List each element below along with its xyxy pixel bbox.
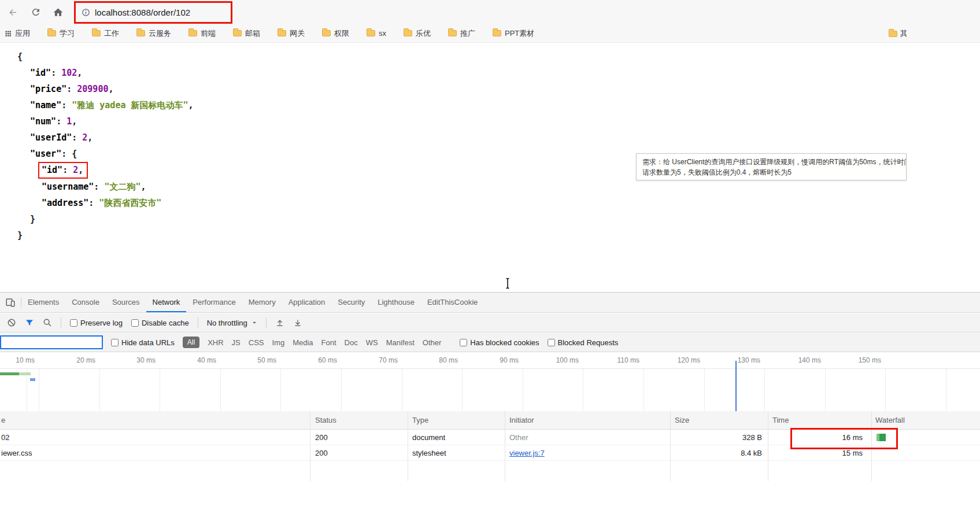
blocked-requests-label: Blocked Requests	[558, 338, 619, 347]
disable-cache-label: Disable cache	[142, 319, 189, 327]
throttling-select[interactable]: No throttling	[207, 319, 257, 327]
bookmark-folder[interactable]: 前端	[188, 28, 216, 39]
tab-application[interactable]: Application	[282, 293, 332, 312]
export-har-icon[interactable]	[293, 318, 302, 327]
bookmark-folder[interactable]: 云服务	[136, 28, 171, 39]
import-har-icon[interactable]	[275, 318, 284, 327]
column-header-type[interactable]: Type	[412, 416, 428, 424]
text-cursor	[504, 278, 512, 291]
folder-icon	[136, 30, 145, 36]
bookmark-folder[interactable]: 权限	[322, 28, 349, 39]
folder-icon	[233, 30, 242, 36]
bookmark-folder[interactable]: 邮箱	[233, 28, 260, 39]
clear-icon[interactable]	[7, 318, 16, 327]
search-icon[interactable]	[43, 318, 52, 327]
bookmark-folder[interactable]: sx	[367, 29, 386, 38]
tab-lighthouse[interactable]: Lighthouse	[371, 293, 421, 312]
bookmark-folder[interactable]: 乐优	[404, 28, 431, 39]
table-header-row: e Status Type Initiator Size Time Waterf…	[0, 411, 980, 430]
request-status: 200	[315, 433, 328, 442]
tab-elements[interactable]: Elements	[21, 293, 65, 312]
info-icon[interactable]	[82, 8, 90, 17]
folder-icon	[493, 30, 501, 36]
filter-type-font[interactable]: Font	[321, 338, 336, 347]
column-header-waterfall[interactable]: Waterfall	[875, 416, 905, 424]
page-content: { "id": 102, "price": 209900, "name": "雅…	[0, 43, 980, 292]
overview-bar-light	[19, 372, 31, 375]
apps-grid-icon	[5, 30, 12, 37]
filter-type-manifest[interactable]: Manifest	[386, 338, 415, 347]
filter-type-css[interactable]: CSS	[249, 338, 264, 347]
column-header-initiator[interactable]: Initiator	[509, 416, 534, 424]
bookmark-folder[interactable]: PPT素材	[493, 28, 534, 39]
bookmark-folder[interactable]: 学习	[47, 28, 75, 39]
overview-bar-blue	[30, 378, 35, 381]
filter-type-all[interactable]: All	[183, 337, 199, 348]
preserve-log-checkbox[interactable]	[70, 319, 77, 327]
home-icon[interactable]	[50, 4, 66, 20]
column-header-size[interactable]: Size	[675, 416, 689, 424]
json-line: "id": 102,	[17, 65, 194, 81]
bookmark-folder[interactable]: 工作	[92, 28, 119, 39]
tab-memory[interactable]: Memory	[242, 293, 282, 312]
filter-icon[interactable]	[25, 318, 34, 327]
request-time: 15 ms	[768, 449, 863, 457]
network-filter-input[interactable]	[0, 335, 103, 349]
folder-icon	[322, 30, 331, 36]
devtools-panel: Elements Console Sources Network Perform…	[0, 292, 980, 521]
blocked-requests-checkbox[interactable]	[548, 339, 555, 346]
json-line: "user": {	[17, 146, 194, 162]
hide-data-urls-checkbox[interactable]	[111, 339, 119, 346]
request-type: stylesheet	[412, 449, 446, 457]
json-line: "name": "雅迪 yadea 新国标电动车",	[17, 97, 194, 113]
bookmark-folder[interactable]: 推广	[448, 28, 475, 39]
hide-data-urls-label: Hide data URLs	[121, 338, 175, 347]
refresh-icon[interactable]	[28, 4, 44, 20]
folder-icon	[367, 30, 375, 36]
annotation-time-box	[790, 428, 898, 449]
bookmark-other-folder[interactable]: 其	[889, 24, 907, 43]
column-header-name[interactable]: e	[1, 416, 5, 424]
toggle-device-toolbar-icon[interactable]	[0, 293, 21, 312]
request-status: 200	[315, 449, 328, 457]
request-initiator-link[interactable]: viewer.js:7	[509, 449, 545, 457]
json-line: "id": 2,	[17, 162, 194, 179]
has-blocked-cookies-checkbox[interactable]	[460, 339, 467, 346]
timeline-overview[interactable]	[0, 369, 980, 412]
tab-editthiscookie[interactable]: EditThisCookie	[421, 293, 484, 312]
browser-toolbar: localhost:8088/order/102	[0, 0, 980, 24]
network-filter-bar: Hide data URLs All XHR JS CSS Img Media …	[0, 333, 980, 352]
address-bar[interactable]: localhost:8088/order/102	[95, 8, 190, 17]
tab-performance[interactable]: Performance	[186, 293, 242, 312]
filter-type-xhr[interactable]: XHR	[208, 338, 223, 347]
tab-console[interactable]: Console	[65, 293, 106, 312]
filter-type-js[interactable]: JS	[232, 338, 241, 347]
tab-network[interactable]: Network	[146, 293, 187, 312]
filter-type-media[interactable]: Media	[293, 338, 313, 347]
filter-type-doc[interactable]: Doc	[345, 338, 358, 347]
request-size: 328 B	[670, 433, 762, 442]
column-header-time[interactable]: Time	[772, 416, 789, 424]
disable-cache-checkbox[interactable]	[131, 319, 139, 327]
json-line: "userId": 2,	[17, 130, 194, 146]
bookmark-apps[interactable]: 应用	[5, 28, 30, 39]
domcontentloaded-marker	[735, 361, 737, 412]
has-blocked-cookies-label: Has blocked cookies	[470, 338, 539, 347]
network-timeline: 10 ms 20 ms 30 ms 40 ms 50 ms 60 ms 70 m…	[0, 353, 980, 412]
note-line: 请求数量为5，失败阈值比例为0.4，熔断时长为5	[642, 167, 900, 178]
request-name: 02	[1, 433, 9, 442]
filter-type-img[interactable]: Img	[272, 338, 284, 347]
back-arrow-icon[interactable]	[5, 4, 21, 20]
network-toolbar: Preserve log Disable cache No throttling	[0, 313, 980, 332]
bookmark-folder[interactable]: 网关	[278, 28, 305, 39]
sticky-note: 需求：给 UserClient的查询用户接口设置降级规则，慢调用的RT阈值为50…	[636, 153, 907, 180]
overview-bar-green	[0, 372, 19, 375]
request-type: document	[412, 433, 445, 442]
tab-sources[interactable]: Sources	[106, 293, 146, 312]
json-response: { "id": 102, "price": 209900, "name": "雅…	[17, 49, 194, 243]
tab-security[interactable]: Security	[331, 293, 371, 312]
filter-type-other[interactable]: Other	[423, 338, 442, 347]
folder-icon	[188, 30, 197, 36]
column-header-status[interactable]: Status	[315, 416, 336, 424]
filter-type-ws[interactable]: WS	[366, 338, 378, 347]
